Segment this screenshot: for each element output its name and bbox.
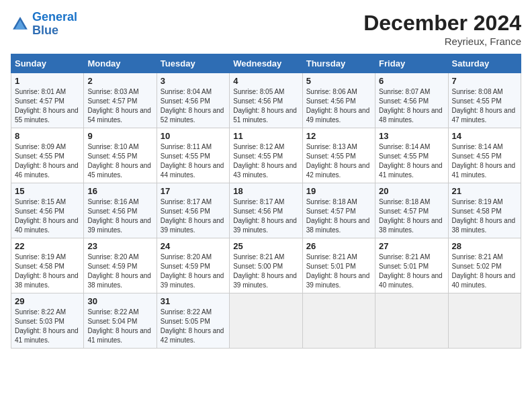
day-info: Sunrise: 8:15 AM Sunset: 4:56 PM Dayligh…: [15, 197, 80, 235]
calendar-cell: 31 Sunrise: 8:22 AM Sunset: 5:05 PM Dayl…: [157, 293, 229, 349]
calendar-cell: 20 Sunrise: 8:18 AM Sunset: 4:57 PM Dayl…: [375, 183, 448, 238]
calendar-cell: 19 Sunrise: 8:18 AM Sunset: 4:57 PM Dayl…: [302, 183, 375, 238]
day-info: Sunrise: 8:03 AM Sunset: 4:57 PM Dayligh…: [87, 87, 152, 125]
calendar-cell: 24 Sunrise: 8:20 AM Sunset: 4:59 PM Dayl…: [157, 238, 229, 293]
calendar-cell: 22 Sunrise: 8:19 AM Sunset: 4:58 PM Dayl…: [11, 238, 84, 293]
logo: General Blue: [11, 11, 77, 38]
calendar-cell: 21 Sunrise: 8:19 AM Sunset: 4:58 PM Dayl…: [448, 183, 521, 238]
day-number: 15: [15, 186, 80, 196]
day-number: 2: [87, 76, 152, 86]
day-number: 19: [306, 186, 371, 196]
page-header: General Blue December 2024 Reyrieux, Fra…: [11, 11, 521, 47]
calendar-cell: 11 Sunrise: 8:12 AM Sunset: 4:55 PM Dayl…: [230, 128, 302, 183]
day-number: 31: [161, 296, 226, 306]
day-number: 9: [87, 131, 152, 141]
day-info: Sunrise: 8:20 AM Sunset: 4:59 PM Dayligh…: [161, 253, 226, 290]
day-number: 5: [306, 76, 371, 86]
day-info: Sunrise: 8:05 AM Sunset: 4:56 PM Dayligh…: [233, 87, 298, 125]
calendar-cell: 16 Sunrise: 8:16 AM Sunset: 4:56 PM Dayl…: [84, 183, 157, 238]
weekday-sunday: Sunday: [11, 54, 84, 73]
day-info: Sunrise: 8:19 AM Sunset: 4:58 PM Dayligh…: [452, 197, 517, 235]
calendar-cell: [375, 293, 448, 349]
calendar-cell: 28 Sunrise: 8:21 AM Sunset: 5:02 PM Dayl…: [448, 238, 521, 293]
calendar-cell: 5 Sunrise: 8:06 AM Sunset: 4:56 PM Dayli…: [302, 73, 375, 128]
day-number: 6: [379, 76, 444, 86]
logo-icon: [11, 15, 30, 34]
calendar-cell: 15 Sunrise: 8:15 AM Sunset: 4:56 PM Dayl…: [11, 183, 84, 238]
day-info: Sunrise: 8:16 AM Sunset: 4:56 PM Dayligh…: [87, 197, 152, 235]
day-number: 16: [87, 186, 152, 196]
day-info: Sunrise: 8:22 AM Sunset: 5:03 PM Dayligh…: [15, 308, 80, 345]
day-number: 28: [452, 241, 517, 251]
day-number: 12: [306, 131, 371, 141]
day-info: Sunrise: 8:20 AM Sunset: 4:59 PM Dayligh…: [87, 253, 152, 290]
logo-line1: General: [32, 10, 77, 24]
day-number: 14: [452, 131, 517, 141]
day-info: Sunrise: 8:14 AM Sunset: 4:55 PM Dayligh…: [452, 142, 517, 180]
day-number: 24: [161, 241, 226, 251]
day-info: Sunrise: 8:21 AM Sunset: 5:01 PM Dayligh…: [379, 253, 444, 290]
day-number: 23: [87, 241, 152, 251]
day-info: Sunrise: 8:22 AM Sunset: 5:05 PM Dayligh…: [161, 308, 226, 345]
day-info: Sunrise: 8:17 AM Sunset: 4:56 PM Dayligh…: [161, 197, 226, 235]
calendar-cell: 14 Sunrise: 8:14 AM Sunset: 4:55 PM Dayl…: [448, 128, 521, 183]
day-info: Sunrise: 8:22 AM Sunset: 5:04 PM Dayligh…: [87, 308, 152, 345]
weekday-monday: Monday: [84, 54, 157, 73]
calendar-week-1: 1 Sunrise: 8:01 AM Sunset: 4:57 PM Dayli…: [11, 73, 521, 128]
calendar-week-2: 8 Sunrise: 8:09 AM Sunset: 4:55 PM Dayli…: [11, 128, 521, 183]
calendar-week-3: 15 Sunrise: 8:15 AM Sunset: 4:56 PM Dayl…: [11, 183, 521, 238]
calendar-cell: [302, 293, 375, 349]
month-title: December 2024: [363, 11, 521, 36]
calendar-cell: 6 Sunrise: 8:07 AM Sunset: 4:56 PM Dayli…: [375, 73, 448, 128]
day-info: Sunrise: 8:12 AM Sunset: 4:55 PM Dayligh…: [233, 142, 298, 180]
day-number: 25: [233, 241, 298, 251]
day-number: 22: [15, 241, 80, 251]
weekday-saturday: Saturday: [448, 54, 521, 73]
calendar-cell: 25 Sunrise: 8:21 AM Sunset: 5:00 PM Dayl…: [230, 238, 302, 293]
calendar-cell: 1 Sunrise: 8:01 AM Sunset: 4:57 PM Dayli…: [11, 73, 84, 128]
day-info: Sunrise: 8:01 AM Sunset: 4:57 PM Dayligh…: [15, 87, 80, 125]
day-number: 18: [233, 186, 298, 196]
day-number: 27: [379, 241, 444, 251]
day-info: Sunrise: 8:21 AM Sunset: 5:02 PM Dayligh…: [452, 253, 517, 290]
day-number: 17: [161, 186, 226, 196]
day-info: Sunrise: 8:21 AM Sunset: 5:01 PM Dayligh…: [306, 253, 371, 290]
logo-text: General Blue: [32, 11, 77, 38]
calendar-cell: 10 Sunrise: 8:11 AM Sunset: 4:55 PM Dayl…: [157, 128, 229, 183]
calendar-table: SundayMondayTuesdayWednesdayThursdayFrid…: [11, 54, 521, 349]
day-number: 26: [306, 241, 371, 251]
day-info: Sunrise: 8:09 AM Sunset: 4:55 PM Dayligh…: [15, 142, 80, 180]
day-info: Sunrise: 8:11 AM Sunset: 4:55 PM Dayligh…: [161, 142, 226, 180]
calendar-cell: 29 Sunrise: 8:22 AM Sunset: 5:03 PM Dayl…: [11, 293, 84, 349]
day-info: Sunrise: 8:08 AM Sunset: 4:55 PM Dayligh…: [452, 87, 517, 125]
day-number: 8: [15, 131, 80, 141]
calendar-cell: 7 Sunrise: 8:08 AM Sunset: 4:55 PM Dayli…: [448, 73, 521, 128]
day-info: Sunrise: 8:19 AM Sunset: 4:58 PM Dayligh…: [15, 253, 80, 290]
weekday-thursday: Thursday: [302, 54, 375, 73]
weekday-header-row: SundayMondayTuesdayWednesdayThursdayFrid…: [11, 54, 521, 73]
day-info: Sunrise: 8:10 AM Sunset: 4:55 PM Dayligh…: [87, 142, 152, 180]
weekday-wednesday: Wednesday: [230, 54, 302, 73]
day-number: 13: [379, 131, 444, 141]
calendar-cell: 3 Sunrise: 8:04 AM Sunset: 4:56 PM Dayli…: [157, 73, 229, 128]
calendar-cell: 2 Sunrise: 8:03 AM Sunset: 4:57 PM Dayli…: [84, 73, 157, 128]
calendar-cell: 18 Sunrise: 8:17 AM Sunset: 4:56 PM Dayl…: [230, 183, 302, 238]
day-info: Sunrise: 8:04 AM Sunset: 4:56 PM Dayligh…: [161, 87, 226, 125]
calendar-week-5: 29 Sunrise: 8:22 AM Sunset: 5:03 PM Dayl…: [11, 293, 521, 349]
day-number: 4: [233, 76, 298, 86]
calendar-cell: [448, 293, 521, 349]
day-number: 1: [15, 76, 80, 86]
day-info: Sunrise: 8:17 AM Sunset: 4:56 PM Dayligh…: [233, 197, 298, 235]
day-number: 29: [15, 296, 80, 306]
day-number: 10: [161, 131, 226, 141]
day-info: Sunrise: 8:14 AM Sunset: 4:55 PM Dayligh…: [379, 142, 444, 180]
day-number: 11: [233, 131, 298, 141]
day-number: 7: [452, 76, 517, 86]
calendar-cell: 23 Sunrise: 8:20 AM Sunset: 4:59 PM Dayl…: [84, 238, 157, 293]
calendar-cell: 12 Sunrise: 8:13 AM Sunset: 4:55 PM Dayl…: [302, 128, 375, 183]
weekday-tuesday: Tuesday: [157, 54, 229, 73]
calendar-cell: 27 Sunrise: 8:21 AM Sunset: 5:01 PM Dayl…: [375, 238, 448, 293]
calendar-cell: 13 Sunrise: 8:14 AM Sunset: 4:55 PM Dayl…: [375, 128, 448, 183]
day-number: 30: [87, 296, 152, 306]
title-block: December 2024 Reyrieux, France: [363, 11, 521, 47]
